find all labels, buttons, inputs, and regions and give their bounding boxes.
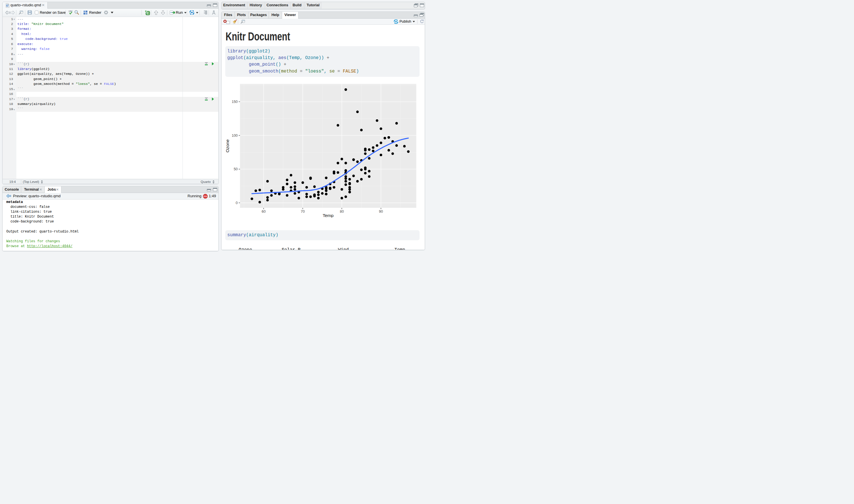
svg-text:C: C [146,11,149,15]
svg-text:100: 100 [231,133,238,138]
svg-text:50: 50 [233,167,238,171]
svg-text:80: 80 [340,210,344,214]
svg-text:90: 90 [379,210,383,214]
svg-text:60: 60 [262,210,266,214]
svg-text:STOP: STOP [204,196,207,197]
svg-text:0: 0 [236,201,238,205]
svg-text:ABC: ABC [68,10,73,13]
svg-text:Ozone: Ozone [225,139,230,152]
svg-text:Temp: Temp [323,213,333,218]
svg-text:150: 150 [231,100,238,104]
svg-text:70: 70 [301,210,305,214]
